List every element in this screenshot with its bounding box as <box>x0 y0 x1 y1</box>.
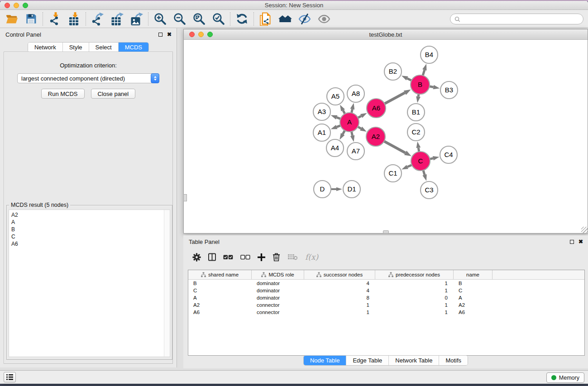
search-input[interactable] <box>463 16 579 22</box>
graph-node-label: B1 <box>412 108 420 116</box>
graph-node-label: A8 <box>352 90 360 97</box>
close-table-panel-icon[interactable]: ✖ <box>578 239 583 244</box>
graph-node-label: A4 <box>331 144 339 152</box>
result-scrollbar[interactable] <box>164 210 170 357</box>
delete-table-icon <box>287 254 298 260</box>
column-header-MCDS-role[interactable]: MCDS role <box>252 270 304 279</box>
control-panel-header: Control Panel ✖ <box>0 28 177 41</box>
close-window-button[interactable] <box>5 3 10 8</box>
toolbar-separator <box>148 12 148 26</box>
table-settings-button[interactable] <box>192 253 201 262</box>
mcds-result-item[interactable]: A2 <box>11 211 164 219</box>
tab-network-table[interactable]: Network Table <box>389 356 439 365</box>
trash-icon <box>272 253 280 262</box>
table-cell: 1 <box>375 281 454 286</box>
zoom-out-button[interactable] <box>170 11 189 27</box>
column-header-shared-name[interactable]: shared name <box>188 270 252 279</box>
open-folder-icon <box>5 13 18 25</box>
network-from-selection-button[interactable] <box>256 11 275 27</box>
network-canvas[interactable]: AA1A2A3A4A5A6A7A8BB1B2B3B4CC1C2C3C4DD1 <box>184 40 588 233</box>
float-table-panel-icon[interactable] <box>570 240 574 244</box>
import-network-button[interactable] <box>45 11 64 27</box>
table-cell: 0 <box>375 295 454 300</box>
eye-icon <box>318 14 330 24</box>
tab-style[interactable]: Style <box>63 43 89 52</box>
toolbar-separator <box>43 12 43 26</box>
show-all-button[interactable] <box>314 11 334 27</box>
add-column-button[interactable] <box>258 253 265 261</box>
tab-network[interactable]: Network <box>28 43 63 52</box>
select-all-icon <box>223 255 233 260</box>
mcds-result-group: MCDS result (5 nodes) A2ABCA6 <box>6 205 172 360</box>
column-header-name[interactable]: name <box>454 270 492 279</box>
zoom-out-icon <box>173 13 186 25</box>
network-window-title: testGlobe.txt <box>369 31 402 38</box>
tab-select[interactable]: Select <box>89 43 119 52</box>
table-cell: dominator <box>252 295 304 300</box>
table-row[interactable]: Bdominator41B <box>188 280 584 287</box>
graph-node-label: C4 <box>444 151 453 158</box>
columns-icon <box>208 253 216 261</box>
attribute-icon <box>388 272 393 277</box>
memory-button[interactable]: Memory <box>546 372 584 383</box>
hide-selected-button[interactable] <box>295 11 314 27</box>
table-row[interactable]: Adominator80A <box>188 294 584 301</box>
export-image-button[interactable] <box>127 11 146 27</box>
column-header-predecessor-nodes[interactable]: predecessor nodes <box>375 270 454 279</box>
traffic-lights <box>5 3 28 8</box>
network-from-selection-icon <box>259 12 272 26</box>
tab-edge-table[interactable]: Edge Table <box>346 356 389 365</box>
close-panel-icon[interactable]: ✖ <box>167 32 172 37</box>
table-cell: 1 <box>375 288 454 293</box>
network-zoom-button[interactable] <box>207 32 213 37</box>
network-close-button[interactable] <box>189 32 195 37</box>
table-row[interactable]: A2connector11A2 <box>188 301 584 309</box>
bottom-splitter-grip[interactable] <box>383 230 389 234</box>
zoom-window-button[interactable] <box>23 3 28 8</box>
mcds-result-item[interactable]: B <box>11 226 164 233</box>
mcds-result-list: A2ABCA6 <box>9 210 170 357</box>
main-titlebar: Session: New Session <box>0 1 588 10</box>
graph-node-label: A5 <box>331 92 339 100</box>
tab-node-table[interactable]: Node Table <box>304 356 347 365</box>
minimize-window-button[interactable] <box>14 3 19 8</box>
export-network-button[interactable] <box>88 11 107 27</box>
delete-column-button[interactable] <box>272 253 280 262</box>
import-table-button[interactable] <box>64 11 84 27</box>
network-minimize-button[interactable] <box>198 32 204 37</box>
mcds-result-item[interactable]: A6 <box>11 240 164 248</box>
table-cell: dominator <box>252 288 304 293</box>
left-splitter-grip[interactable] <box>183 194 187 201</box>
first-neighbors-button[interactable] <box>275 11 295 27</box>
graph-edge-A2-C[interactable] <box>383 141 406 153</box>
zoom-in-button[interactable] <box>150 11 170 27</box>
mcds-result-item[interactable]: C <box>11 233 164 240</box>
column-header-successor-nodes[interactable]: successor nodes <box>304 270 375 279</box>
deselect-all-button[interactable] <box>240 255 250 260</box>
graph-node-label: A7 <box>352 147 360 155</box>
save-session-button[interactable] <box>21 11 41 27</box>
run-mcds-button[interactable]: Run MCDS <box>41 89 85 99</box>
task-history-button[interactable] <box>4 372 16 382</box>
table-row[interactable]: A6connector11A6 <box>188 309 584 316</box>
window-resize-grip[interactable] <box>581 227 588 233</box>
select-all-button[interactable] <box>223 255 233 260</box>
column-preferences-button[interactable] <box>208 253 216 261</box>
zoom-fit-button[interactable] <box>189 11 209 27</box>
graph-edge-A6-B[interactable] <box>384 93 405 104</box>
tab-motifs[interactable]: Motifs <box>439 356 468 365</box>
tab-mcds[interactable]: MCDS <box>119 43 148 52</box>
graph-node-label: B4 <box>425 51 433 58</box>
table-row[interactable]: Cdominator41C <box>188 287 584 294</box>
refresh-network-button[interactable] <box>232 11 252 27</box>
criterion-dropdown[interactable]: largest connected component (directed) <box>17 73 159 83</box>
export-table-button[interactable] <box>107 11 127 27</box>
float-panel-icon[interactable] <box>158 33 163 37</box>
mcds-result-item[interactable]: A <box>11 219 164 226</box>
table-cell: A6 <box>188 310 252 315</box>
table-cell: A <box>454 295 492 300</box>
zoom-selected-button[interactable] <box>209 11 228 27</box>
close-panel-button[interactable]: Close panel <box>91 89 136 99</box>
open-file-button[interactable] <box>2 11 21 27</box>
search-field[interactable] <box>450 14 583 24</box>
